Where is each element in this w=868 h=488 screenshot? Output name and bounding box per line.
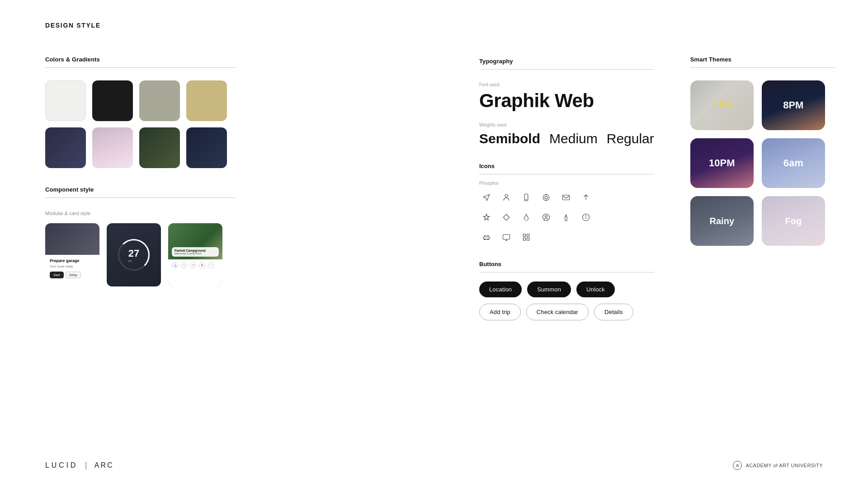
theme-card-6am: 6am — [762, 138, 825, 188]
logo-separator: | — [85, 460, 87, 470]
component-style-label: Modular & card style — [45, 211, 235, 216]
colors-grid — [45, 80, 235, 168]
map-icon-2: ☆ — [181, 262, 187, 268]
map-icon-5: ⋯ — [208, 262, 214, 268]
svg-point-4 — [545, 196, 547, 199]
component-style-section: Component style Modular & card style Pre… — [45, 186, 235, 286]
sparkle-icon — [479, 210, 494, 225]
smart-themes-grid: 2 PM 8PM 10PM 6am Rainy Fog — [690, 80, 835, 246]
svg-point-11 — [566, 215, 566, 216]
swatch-white — [45, 80, 86, 121]
theme-label-8pm: 8PM — [783, 99, 803, 111]
theme-label-fog: Fog — [785, 216, 802, 226]
map-action-icons: ⚓ ☆ ↗ ⊕ ⋯ — [172, 262, 219, 268]
btn-details[interactable]: Details — [594, 304, 633, 320]
btn-add-trip[interactable]: Add trip — [479, 304, 521, 320]
icons-section: Icons Phosphor — [479, 163, 654, 244]
theme-label-rainy: Rainy — [710, 216, 734, 226]
person-icon — [499, 190, 514, 205]
font-name: Graphik Web — [479, 90, 654, 112]
icons-divider — [479, 174, 654, 174]
grid-icon — [519, 230, 533, 244]
garage-btn-start[interactable]: Start — [50, 272, 64, 278]
garage-title: Prepare garage — [50, 258, 95, 263]
col-left: Colors & Gradients Component style Mod — [45, 56, 235, 303]
svg-point-14 — [585, 216, 586, 216]
garage-sub: Your route ready — [50, 265, 95, 268]
garage-image — [45, 223, 99, 255]
mail-icon — [559, 190, 573, 205]
svg-rect-18 — [503, 235, 510, 239]
map-icon-3: ↗ — [190, 262, 196, 268]
colors-gradients-title: Colors & Gradients — [45, 56, 235, 63]
map-subtitle: Memorial County Park — [175, 252, 216, 255]
btn-summon[interactable]: Summon — [527, 282, 571, 297]
svg-rect-7 — [563, 195, 570, 200]
swatch-gray — [139, 80, 180, 121]
screen-icon — [499, 230, 514, 244]
target-icon — [539, 190, 553, 205]
gauge-content: 27 mi — [128, 248, 139, 263]
theme-label-10pm: 10PM — [709, 157, 735, 169]
weight-semibold: Semibold — [479, 131, 540, 146]
buttons-section: Buttons Location Summon Unlock Add trip … — [479, 261, 654, 320]
garage-buttons: Start Delay — [50, 272, 95, 278]
buttons-row-2: Add trip Check calendar Details — [479, 304, 654, 320]
buttons-divider — [479, 272, 654, 272]
icons-source: Phosphor — [479, 181, 654, 186]
swatch-black — [92, 80, 133, 121]
swatch-gradient-forest — [139, 127, 180, 168]
garage-body: Prepare garage Your route ready Start De… — [45, 255, 99, 286]
theme-card-rainy: Rainy — [690, 196, 754, 246]
info-icon — [579, 210, 593, 225]
weight-regular: Regular — [607, 131, 654, 146]
footer-right: A ACADEMY of ART UNIVERSITY — [733, 461, 823, 470]
svg-rect-21 — [523, 234, 525, 236]
phone-icon — [519, 190, 533, 205]
colors-gradients-section: Colors & Gradients — [45, 56, 235, 168]
svg-point-9 — [545, 216, 547, 218]
theme-card-fog: Fog — [762, 196, 825, 246]
col-typography: Typography Font used Graphik Web Weights… — [479, 56, 654, 337]
icons-title: Icons — [479, 163, 654, 169]
svg-rect-24 — [527, 238, 529, 240]
theme-label-6am: 6am — [783, 157, 803, 169]
smart-themes-title: Smart Themes — [690, 56, 835, 63]
theme-label-2pm: 2 PM — [712, 101, 731, 110]
colors-divider — [45, 67, 235, 68]
btn-location[interactable]: Location — [479, 282, 522, 297]
plane-icon — [479, 190, 494, 205]
page: DESIGN STYLE Colors & Gradients — [0, 0, 868, 488]
component-cards: Prepare garage Your route ready Start De… — [45, 223, 235, 286]
user-circle-icon — [539, 210, 553, 225]
weight-medium: Medium — [549, 131, 598, 146]
theme-card-2pm: 2 PM — [690, 80, 754, 130]
btn-unlock[interactable]: Unlock — [576, 282, 615, 297]
typography-divider — [479, 69, 654, 70]
map-image: Pantoll Campground Memorial County Park — [168, 223, 222, 259]
academy-icon: A — [733, 461, 742, 470]
car-icon — [479, 230, 494, 244]
font-used-label: Font used — [479, 82, 654, 87]
theme-card-8pm: 8PM — [762, 80, 825, 130]
footer: LUCID | ARC A ACADEMY of ART UNIVERSITY — [45, 460, 823, 470]
gauge-unit: mi — [128, 259, 139, 263]
col-smart-themes: Smart Themes 2 PM 8PM 10PM 6am Rainy — [690, 56, 835, 246]
gauge-ring: 27 mi — [118, 239, 150, 271]
map-icon-1: ⚓ — [172, 262, 178, 268]
main-grid: Colors & Gradients Component style Mod — [45, 56, 823, 337]
logo-arc: ARC — [94, 461, 114, 469]
flame-icon — [519, 210, 533, 225]
arrow-up-icon — [579, 190, 593, 205]
weights-row: Semibold Medium Regular — [479, 131, 654, 146]
map-title: Pantoll Campground — [175, 249, 216, 252]
candle-icon — [559, 210, 573, 225]
buttons-row-1: Location Summon Unlock — [479, 282, 654, 297]
swatch-gradient-pink — [92, 127, 133, 168]
weights-label: Weights used — [479, 122, 654, 127]
btn-check-calendar[interactable]: Check calendar — [526, 304, 589, 320]
garage-btn-delay[interactable]: Delay — [66, 272, 81, 278]
svg-rect-10 — [565, 217, 567, 221]
svg-rect-22 — [527, 234, 529, 236]
diamond-icon — [499, 210, 514, 225]
